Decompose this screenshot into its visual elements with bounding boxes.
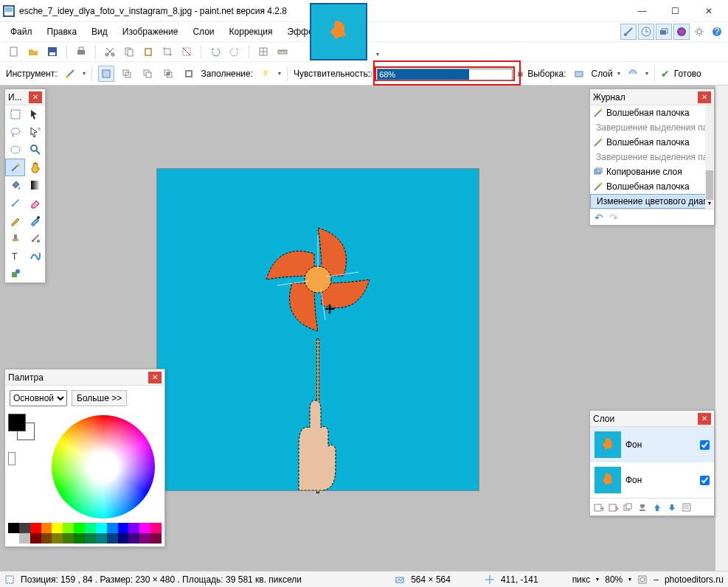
tool-shapes[interactable] <box>5 265 25 282</box>
layer-up-icon[interactable] <box>652 502 662 513</box>
tool-move-pixels[interactable] <box>25 123 45 141</box>
history-item[interactable]: Волшебная палочка <box>590 179 714 194</box>
layer-item[interactable]: Фон <box>590 427 714 462</box>
selection-scope-icon[interactable] <box>571 66 587 82</box>
minimize-button[interactable]: — <box>625 1 659 21</box>
history-undo-icon[interactable]: ↶ <box>594 212 603 223</box>
history-item[interactable]: Завершение выделения палочкой <box>590 150 714 164</box>
paste-icon[interactable] <box>140 44 156 60</box>
maximize-button[interactable]: ☐ <box>659 1 692 21</box>
tool-ellipse-select[interactable] <box>5 141 25 159</box>
selmode-replace-icon[interactable] <box>98 66 114 82</box>
settings-icon[interactable] <box>691 24 707 40</box>
history-item[interactable]: Копирование слоя <box>590 164 714 179</box>
tool-text[interactable]: T <box>5 247 25 265</box>
status-units[interactable]: пикс <box>572 574 591 585</box>
selmode-subtract-icon[interactable] <box>139 66 156 82</box>
tolerance-plus-icon[interactable]: ▣ <box>517 70 524 77</box>
color-mode-select[interactable]: Основной <box>10 390 67 406</box>
layer-duplicate-icon[interactable] <box>623 502 633 513</box>
tool-lasso-select[interactable] <box>5 123 25 141</box>
floodmode-icon[interactable] <box>257 66 274 82</box>
canvas-image[interactable] <box>156 168 479 491</box>
tools-panel-close-icon[interactable]: ✕ <box>29 91 42 103</box>
tolerance-minus-icon[interactable]: ▢ <box>366 70 372 77</box>
undo-icon[interactable] <box>207 44 223 60</box>
tool-color-picker[interactable] <box>25 212 45 229</box>
copy-icon[interactable] <box>121 44 137 60</box>
status-zoom[interactable]: 80% <box>605 574 623 585</box>
tool-selector-icon[interactable] <box>62 66 78 82</box>
menu-layers[interactable]: Слои <box>185 24 221 40</box>
tolerance-slider[interactable]: 68% <box>377 69 513 80</box>
tool-eraser[interactable] <box>25 194 45 212</box>
menu-image[interactable]: Изображение <box>115 24 186 40</box>
menu-adjust[interactable]: Коррекция <box>222 24 280 40</box>
tool-magic-wand[interactable] <box>5 159 25 176</box>
selmode-add-icon[interactable] <box>119 66 135 82</box>
antialias-icon[interactable] <box>625 66 641 82</box>
tool-gradient[interactable] <box>25 176 45 194</box>
color-wheel[interactable] <box>52 415 155 518</box>
layer-visible-checkbox[interactable] <box>700 476 710 485</box>
tool-move-selection[interactable] <box>25 105 45 123</box>
toggle-colors-icon[interactable] <box>673 24 690 40</box>
thumbnail-dropdown-icon[interactable]: ▾ <box>376 51 379 58</box>
grid-icon[interactable] <box>255 44 271 60</box>
layers-close-icon[interactable]: ✕ <box>698 413 711 425</box>
tool-rect-select[interactable] <box>5 105 25 123</box>
selmode-intersect-icon[interactable] <box>160 66 176 82</box>
tool-recolor[interactable] <box>25 229 45 247</box>
history-item[interactable]: Волшебная палочка <box>590 105 714 120</box>
commit-check-icon[interactable]: ✔ <box>661 68 670 80</box>
vertical-scrollbar[interactable] <box>715 86 728 571</box>
layer-delete-icon[interactable]: × <box>608 502 618 513</box>
history-item[interactable]: Волшебная палочка <box>590 135 714 150</box>
close-button[interactable]: ✕ <box>692 1 725 21</box>
menu-edit[interactable]: Правка <box>40 24 85 40</box>
cut-icon[interactable] <box>102 44 118 60</box>
print-icon[interactable] <box>73 44 89 60</box>
selection-scope-value[interactable]: Слой <box>592 69 613 79</box>
layer-properties-icon[interactable] <box>682 502 692 513</box>
palette-swatch-row[interactable] <box>8 533 162 543</box>
tool-fill[interactable] <box>5 176 25 194</box>
menu-file[interactable]: Файл <box>3 24 40 40</box>
layer-merge-icon[interactable] <box>637 502 648 513</box>
palette-more-button[interactable]: Больше >> <box>72 390 127 406</box>
crop-icon[interactable] <box>159 44 176 60</box>
open-file-icon[interactable] <box>25 44 41 60</box>
tool-pencil[interactable] <box>5 212 25 229</box>
menu-view[interactable]: Вид <box>84 24 115 40</box>
tool-clone[interactable] <box>5 229 25 247</box>
status-zoom-fit-icon[interactable] <box>637 574 648 585</box>
help-icon[interactable]: ? <box>709 24 725 40</box>
redo-icon[interactable] <box>226 44 243 60</box>
tool-pan[interactable] <box>25 159 45 176</box>
deselect-icon[interactable] <box>178 44 195 60</box>
tool-brush[interactable] <box>5 194 25 212</box>
palette-close-icon[interactable]: ✕ <box>148 372 162 383</box>
toggle-layers-icon[interactable] <box>656 24 672 40</box>
save-icon[interactable] <box>44 44 60 60</box>
toggle-history-icon[interactable] <box>638 24 654 40</box>
commit-label[interactable]: Готово <box>674 69 701 79</box>
image-thumbnail-tab[interactable]: ▾ <box>310 3 367 60</box>
swap-colors-icon[interactable] <box>8 452 15 465</box>
layer-item[interactable]: Фон <box>590 462 714 498</box>
toggle-tools-icon[interactable] <box>620 24 637 40</box>
history-close-icon[interactable]: ✕ <box>698 91 711 103</box>
tool-line[interactable] <box>25 247 45 265</box>
history-item[interactable]: Завершение выделения палочкой <box>590 120 714 135</box>
layer-down-icon[interactable] <box>667 502 677 513</box>
tool-zoom[interactable] <box>25 141 45 159</box>
new-file-icon[interactable] <box>6 44 22 60</box>
selmode-invert-icon[interactable] <box>181 66 197 82</box>
history-redo-icon[interactable]: ↷ <box>609 212 618 223</box>
history-item[interactable]: Изменение цветового диапазона <box>590 194 714 209</box>
ruler-icon[interactable] <box>274 44 291 60</box>
history-scrollbar[interactable]: ▾ <box>705 105 714 209</box>
layer-visible-checkbox[interactable] <box>700 440 710 450</box>
primary-color-swatch[interactable] <box>8 414 26 431</box>
palette-swatch-row[interactable] <box>8 523 162 533</box>
